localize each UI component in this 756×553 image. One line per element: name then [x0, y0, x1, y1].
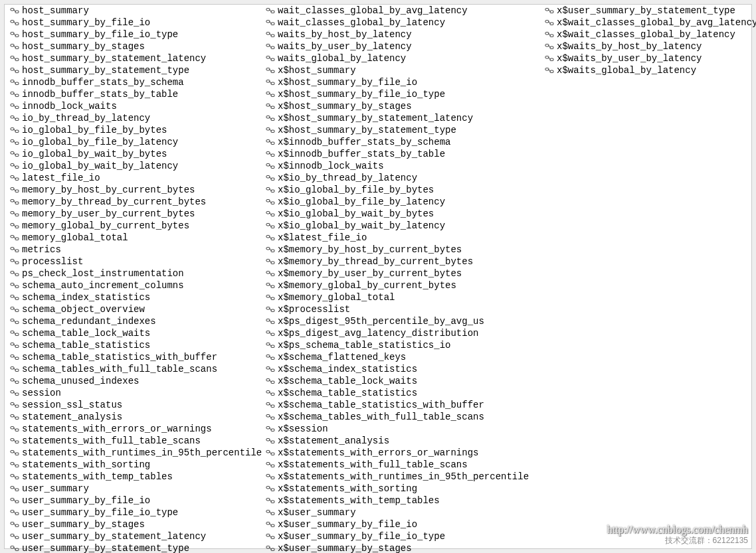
- view-item[interactable]: user_summary_by_statement_type: [5, 542, 260, 553]
- view-item[interactable]: x$statements_with_temp_tables: [260, 495, 539, 507]
- view-item[interactable]: x$innodb_buffer_stats_by_schema: [260, 136, 539, 148]
- view-item[interactable]: x$host_summary_by_file_io: [260, 76, 539, 88]
- view-item[interactable]: x$schema_flattened_keys: [260, 351, 539, 363]
- view-item[interactable]: host_summary: [5, 5, 260, 17]
- view-item[interactable]: x$host_summary_by_statement_type: [260, 124, 539, 136]
- view-item[interactable]: io_global_by_file_by_bytes: [5, 124, 260, 136]
- view-item[interactable]: x$statements_with_errors_or_warnings: [260, 447, 539, 459]
- view-item[interactable]: statements_with_full_table_scans: [5, 435, 260, 447]
- view-item[interactable]: x$wait_classes_global_by_latency: [539, 29, 745, 40]
- view-item[interactable]: x$memory_global_by_current_bytes: [260, 279, 539, 291]
- view-item[interactable]: host_summary_by_stages: [5, 40, 260, 52]
- view-item[interactable]: x$host_summary_by_statement_latency: [260, 112, 539, 124]
- view-item[interactable]: schema_table_lock_waits: [5, 327, 260, 339]
- view-item[interactable]: x$innodb_buffer_stats_by_table: [260, 148, 539, 160]
- view-item[interactable]: innodb_buffer_stats_by_schema: [5, 76, 260, 88]
- view-item[interactable]: ps_check_lost_instrumentation: [5, 268, 260, 279]
- view-item[interactable]: memory_global_total: [5, 232, 260, 244]
- view-item[interactable]: x$io_global_by_wait_by_bytes: [260, 208, 539, 220]
- view-item[interactable]: memory_global_by_current_bytes: [5, 220, 260, 232]
- view-item[interactable]: x$ps_digest_95th_percentile_by_avg_us: [260, 315, 539, 327]
- view-item[interactable]: schema_unused_indexes: [5, 375, 260, 387]
- view-item[interactable]: statement_analysis: [5, 411, 260, 423]
- view-item[interactable]: user_summary_by_file_io_type: [5, 507, 260, 518]
- view-item[interactable]: x$io_global_by_file_by_bytes: [260, 184, 539, 196]
- view-item[interactable]: schema_table_statistics_with_buffer: [5, 351, 260, 363]
- view-item[interactable]: x$host_summary_by_stages: [260, 100, 539, 112]
- view-item[interactable]: schema_tables_with_full_table_scans: [5, 363, 260, 375]
- view-item[interactable]: x$statements_with_sorting: [260, 483, 539, 495]
- view-item[interactable]: x$waits_global_by_latency: [539, 64, 745, 76]
- view-item[interactable]: x$user_summary: [260, 507, 539, 518]
- view-item[interactable]: waits_by_user_by_latency: [260, 40, 539, 52]
- view-item[interactable]: x$latest_file_io: [260, 232, 539, 244]
- view-item[interactable]: x$schema_index_statistics: [260, 363, 539, 375]
- view-item[interactable]: x$user_summary_by_file_io: [260, 518, 539, 530]
- view-item[interactable]: statements_with_sorting: [5, 459, 260, 471]
- view-item[interactable]: x$user_summary_by_statement_type: [539, 5, 745, 17]
- view-item[interactable]: x$waits_by_user_by_latency: [539, 52, 745, 64]
- view-item[interactable]: x$wait_classes_global_by_avg_latency: [539, 17, 745, 29]
- view-item[interactable]: x$ps_schema_table_statistics_io: [260, 339, 539, 351]
- view-item[interactable]: io_global_by_file_by_latency: [5, 136, 260, 148]
- view-item[interactable]: innodb_lock_waits: [5, 100, 260, 112]
- view-item[interactable]: wait_classes_global_by_latency: [260, 17, 539, 29]
- view-item[interactable]: schema_redundant_indexes: [5, 315, 260, 327]
- view-item[interactable]: io_by_thread_by_latency: [5, 112, 260, 124]
- view-item[interactable]: innodb_buffer_stats_by_table: [5, 88, 260, 100]
- view-item[interactable]: x$processlist: [260, 303, 539, 315]
- view-item[interactable]: schema_index_statistics: [5, 291, 260, 303]
- view-item[interactable]: statements_with_temp_tables: [5, 471, 260, 483]
- view-item[interactable]: session_ssl_status: [5, 399, 260, 411]
- view-item[interactable]: user_summary: [5, 483, 260, 495]
- view-item[interactable]: memory_by_user_by_current_bytes: [5, 208, 260, 220]
- view-item[interactable]: processlist: [5, 256, 260, 268]
- view-item[interactable]: schema_auto_increment_columns: [5, 279, 260, 291]
- view-item[interactable]: x$waits_by_host_by_latency: [539, 40, 745, 52]
- view-item[interactable]: x$host_summary_by_file_io_type: [260, 88, 539, 100]
- view-label: statement_analysis: [22, 411, 122, 423]
- view-item[interactable]: session: [5, 387, 260, 399]
- view-item[interactable]: io_global_by_wait_by_bytes: [5, 148, 260, 160]
- view-item[interactable]: x$schema_table_statistics_with_buffer: [260, 399, 539, 411]
- view-item[interactable]: user_summary_by_file_io: [5, 495, 260, 507]
- view-item[interactable]: host_summary_by_file_io: [5, 17, 260, 29]
- view-item[interactable]: x$memory_global_total: [260, 291, 539, 303]
- view-item[interactable]: io_global_by_wait_by_latency: [5, 160, 260, 172]
- view-item[interactable]: schema_table_statistics: [5, 339, 260, 351]
- view-item[interactable]: x$schema_tables_with_full_table_scans: [260, 411, 539, 423]
- view-item[interactable]: x$schema_table_lock_waits: [260, 375, 539, 387]
- view-item[interactable]: x$memory_by_host_by_current_bytes: [260, 244, 539, 256]
- view-item[interactable]: x$innodb_lock_waits: [260, 160, 539, 172]
- view-item[interactable]: x$user_summary_by_stages: [260, 542, 539, 553]
- view-item[interactable]: x$statements_with_runtimes_in_95th_perce…: [260, 471, 539, 483]
- view-item[interactable]: host_summary_by_statement_type: [5, 64, 260, 76]
- view-item[interactable]: x$session: [260, 423, 539, 435]
- view-item[interactable]: x$ps_digest_avg_latency_distribution: [260, 327, 539, 339]
- view-item[interactable]: memory_by_host_by_current_bytes: [5, 184, 260, 196]
- view-item[interactable]: schema_object_overview: [5, 303, 260, 315]
- view-item[interactable]: memory_by_thread_by_current_bytes: [5, 196, 260, 208]
- view-item[interactable]: x$io_global_by_wait_by_latency: [260, 220, 539, 232]
- view-item[interactable]: x$io_by_thread_by_latency: [260, 172, 539, 184]
- view-item[interactable]: x$statement_analysis: [260, 435, 539, 447]
- view-item[interactable]: x$io_global_by_file_by_latency: [260, 196, 539, 208]
- view-item[interactable]: host_summary_by_file_io_type: [5, 29, 260, 40]
- view-item[interactable]: x$statements_with_full_table_scans: [260, 459, 539, 471]
- view-label: x$ps_schema_table_statistics_io: [278, 339, 450, 351]
- view-item[interactable]: host_summary_by_statement_latency: [5, 52, 260, 64]
- view-item[interactable]: x$memory_by_thread_by_current_bytes: [260, 256, 539, 268]
- view-item[interactable]: wait_classes_global_by_avg_latency: [260, 5, 539, 17]
- view-item[interactable]: x$schema_table_statistics: [260, 387, 539, 399]
- view-item[interactable]: x$memory_by_user_by_current_bytes: [260, 268, 539, 279]
- view-item[interactable]: x$host_summary: [260, 64, 539, 76]
- view-item[interactable]: latest_file_io: [5, 172, 260, 184]
- view-item[interactable]: statements_with_runtimes_in_95th_percent…: [5, 447, 260, 459]
- view-item[interactable]: waits_by_host_by_latency: [260, 29, 539, 40]
- view-item[interactable]: metrics: [5, 244, 260, 256]
- view-item[interactable]: user_summary_by_stages: [5, 518, 260, 530]
- view-item[interactable]: x$user_summary_by_file_io_type: [260, 530, 539, 542]
- view-item[interactable]: user_summary_by_statement_latency: [5, 530, 260, 542]
- view-item[interactable]: waits_global_by_latency: [260, 52, 539, 64]
- view-item[interactable]: statements_with_errors_or_warnings: [5, 423, 260, 435]
